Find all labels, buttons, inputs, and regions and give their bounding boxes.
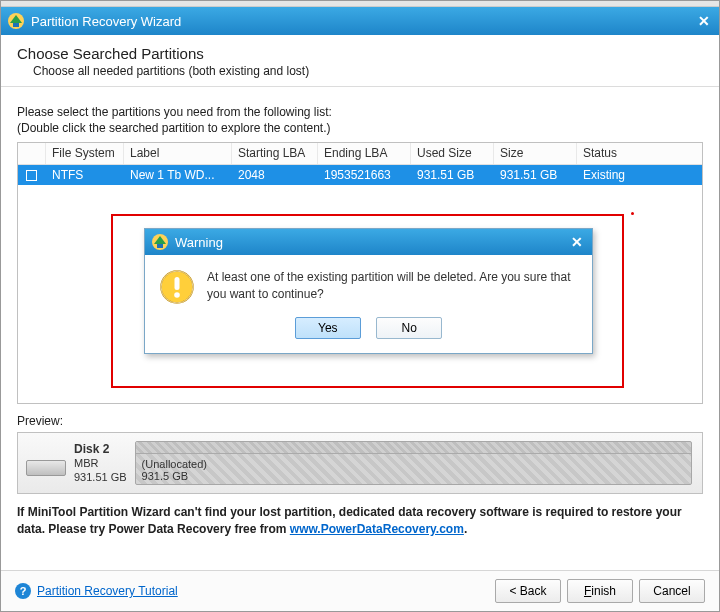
cell-label: New 1 Tb WD... (124, 165, 232, 185)
finish-button[interactable]: Finish (567, 579, 633, 603)
note-suffix: . (464, 522, 467, 536)
instruction-line-1: Please select the partitions you need fr… (17, 104, 703, 120)
table-row[interactable]: NTFS New 1 Tb WD... 2048 1953521663 931.… (18, 165, 702, 185)
note-text: If MiniTool Partition Wizard can't find … (17, 504, 703, 538)
svg-rect-1 (13, 23, 19, 27)
dialog-app-icon (151, 233, 169, 251)
col-starting-lba[interactable]: Starting LBA (232, 143, 318, 164)
page-subtitle: Choose all needed partitions (both exist… (33, 64, 703, 78)
unallocated-space[interactable]: (Unallocated) 931.5 GB (135, 441, 692, 485)
disk-size: 931.51 GB (74, 471, 127, 485)
cancel-button[interactable]: Cancel (639, 579, 705, 603)
space-labels: (Unallocated) 931.5 GB (142, 458, 207, 482)
app-icon (7, 12, 25, 30)
row-checkbox-cell[interactable] (18, 165, 46, 185)
no-button[interactable]: No (376, 317, 442, 339)
col-checkbox[interactable] (18, 143, 46, 164)
space-size: 931.5 GB (142, 470, 207, 482)
cancel-label: Cancel (653, 584, 690, 598)
col-used-size[interactable]: Used Size (411, 143, 494, 164)
col-size[interactable]: Size (494, 143, 577, 164)
cell-used-size: 931.51 GB (411, 165, 494, 185)
warning-dialog: Warning ✕ At least one of the existing p… (144, 228, 593, 354)
grid-header: File System Label Starting LBA Ending LB… (18, 143, 702, 165)
col-ending-lba[interactable]: Ending LBA (318, 143, 411, 164)
wizard-window: Partition Recovery Wizard ✕ Choose Searc… (0, 0, 720, 612)
annotation-dot (631, 212, 634, 215)
window-title: Partition Recovery Wizard (31, 14, 691, 29)
footer: ? Partition Recovery Tutorial < Back Fin… (1, 570, 719, 611)
col-file-system[interactable]: File System (46, 143, 124, 164)
dialog-title: Warning (175, 235, 566, 250)
tutorial-link[interactable]: Partition Recovery Tutorial (37, 584, 178, 598)
dialog-close-icon[interactable]: ✕ (566, 234, 588, 250)
preview-label: Preview: (17, 414, 703, 428)
checkbox-icon[interactable] (26, 170, 37, 181)
disk-type: MBR (74, 457, 127, 471)
svg-rect-3 (157, 244, 163, 248)
cell-status: Existing (577, 165, 702, 185)
disk-icon (26, 460, 66, 476)
divider (1, 86, 719, 88)
help-area: ? Partition Recovery Tutorial (15, 583, 178, 599)
disk-meta-left (26, 450, 66, 476)
dialog-message: At least one of the existing partition w… (207, 269, 578, 305)
close-icon[interactable]: ✕ (691, 10, 717, 32)
svg-rect-6 (175, 277, 180, 290)
instructions: Please select the partitions you need fr… (17, 104, 703, 136)
cell-starting-lba: 2048 (232, 165, 318, 185)
yes-button[interactable]: Yes (295, 317, 361, 339)
power-data-recovery-link[interactable]: www.PowerDataRecovery.com (290, 522, 464, 536)
dialog-body: At least one of the existing partition w… (145, 255, 592, 315)
disk-name: Disk 2 (74, 442, 127, 457)
col-status[interactable]: Status (577, 143, 702, 164)
titlebar: Partition Recovery Wizard ✕ (1, 7, 719, 35)
partition-grid: File System Label Starting LBA Ending LB… (17, 142, 703, 404)
cell-file-system: NTFS (46, 165, 124, 185)
help-icon[interactable]: ? (15, 583, 31, 599)
back-label: < Back (509, 584, 546, 598)
disk-meta: Disk 2 MBR 931.51 GB (74, 442, 127, 485)
dialog-buttons: Yes No (145, 315, 592, 353)
instruction-line-2: (Double click the searched partition to … (17, 120, 703, 136)
finish-label: inish (591, 584, 616, 598)
svg-point-7 (174, 293, 180, 299)
dialog-titlebar: Warning ✕ (145, 229, 592, 255)
warning-icon (159, 269, 195, 305)
cell-size: 931.51 GB (494, 165, 577, 185)
back-button[interactable]: < Back (495, 579, 561, 603)
cell-ending-lba: 1953521663 (318, 165, 411, 185)
page-title: Choose Searched Partitions (17, 45, 703, 62)
col-label[interactable]: Label (124, 143, 232, 164)
content-area: Choose Searched Partitions Choose all ne… (1, 35, 719, 570)
preview-panel: Disk 2 MBR 931.51 GB (Unallocated) 931.5… (17, 432, 703, 494)
space-label: (Unallocated) (142, 458, 207, 470)
space-bar-top (136, 442, 691, 454)
disk-info: Disk 2 MBR 931.51 GB (18, 433, 135, 493)
